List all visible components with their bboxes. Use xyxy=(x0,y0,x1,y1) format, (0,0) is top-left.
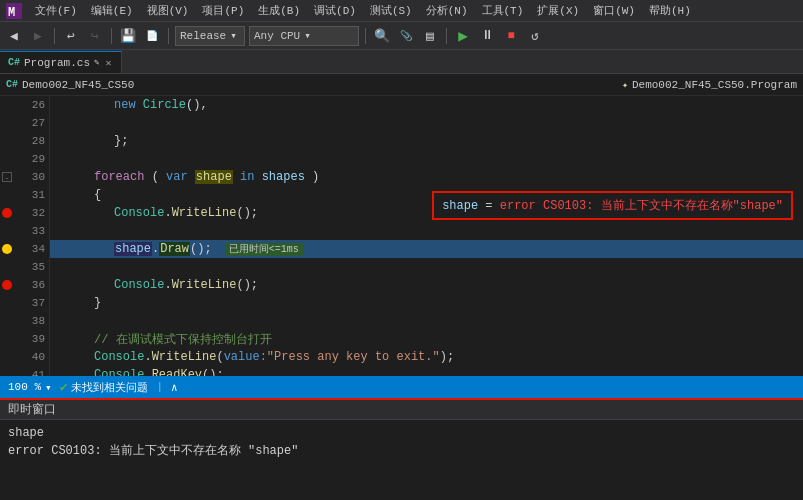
platform-arrow-icon: ▾ xyxy=(304,29,311,42)
menu-help[interactable]: 帮助(H) xyxy=(642,1,698,20)
immediate-line-2: error CS0103: 当前上下文中不存在名称 "shape" xyxy=(8,442,795,460)
code-line-33 xyxy=(50,222,803,240)
breakpoint-36-icon[interactable] xyxy=(2,280,12,290)
code-content[interactable]: new Circle(), }; foreach ( var shape xyxy=(50,96,803,376)
more-button[interactable]: ▤ xyxy=(420,26,440,46)
stop-button[interactable]: ■ xyxy=(501,26,521,46)
code-line-38 xyxy=(50,312,803,330)
svg-text:M: M xyxy=(8,6,15,19)
tab-close-button[interactable]: ✕ xyxy=(103,57,113,69)
undo-button[interactable]: ↩ xyxy=(61,26,81,46)
gutter-line-38: 38 xyxy=(0,312,49,330)
gutter-line-28: 28 xyxy=(0,132,49,150)
code-editor: 26 27 28 29 - xyxy=(0,96,803,376)
gutter-line-29: 29 xyxy=(0,150,49,168)
menu-edit[interactable]: 编辑(E) xyxy=(84,1,140,20)
breadcrumb-project[interactable]: Demo002_NF45_CS50 xyxy=(22,79,134,91)
platform-dropdown[interactable]: Any CPU ▾ xyxy=(249,26,359,46)
gutter-line-31: 31 xyxy=(0,186,49,204)
breadcrumb-left: C# Demo002_NF45_CS50 xyxy=(6,79,134,91)
separator-2 xyxy=(111,28,112,44)
zoom-value: 100 % xyxy=(8,381,41,393)
check-icon: ✔ xyxy=(60,379,68,395)
line-numbers: 26 27 28 29 - xyxy=(0,96,49,376)
search-button[interactable]: 🔍 xyxy=(372,26,392,46)
menu-project[interactable]: 项目(P) xyxy=(195,1,251,20)
error-popup-var: shape xyxy=(442,199,478,213)
error-status[interactable]: ✔ 未找到相关问题 xyxy=(60,379,149,395)
menu-bar: 文件(F) 编辑(E) 视图(V) 项目(P) 生成(B) 调试(D) 测试(S… xyxy=(28,1,698,20)
forward-button[interactable]: ▶ xyxy=(28,26,48,46)
gutter-line-37: 37 xyxy=(0,294,49,312)
code-line-40: Console.WriteLine(value:"Press any key t… xyxy=(50,348,803,366)
code-line-28: }; xyxy=(50,132,803,150)
error-popup: shape = error CS0103: 当前上下文中不存在名称"shape" xyxy=(432,191,793,220)
vs-logo-icon: M xyxy=(6,3,22,19)
code-line-27 xyxy=(50,114,803,132)
breadcrumb-method[interactable]: Demo002_NF45_CS50.Program xyxy=(632,79,797,91)
tab-program-cs[interactable]: C# Program.cs ✎ ✕ xyxy=(0,51,122,73)
breadcrumb-class-icon: C# xyxy=(6,79,18,90)
breakpoint-32-icon[interactable] xyxy=(2,208,12,218)
config-dropdown[interactable]: Release ▾ xyxy=(175,26,245,46)
tab-bar: C# Program.cs ✎ ✕ xyxy=(0,50,803,74)
back-button[interactable]: ◀ xyxy=(4,26,24,46)
error-popup-message: error CS0103: 当前上下文中不存在名称"shape" xyxy=(500,199,783,213)
platform-label: Any CPU xyxy=(254,30,300,42)
code-line-30: foreach ( var shape in shapes ) xyxy=(50,168,803,186)
collapse-30-button[interactable]: - xyxy=(2,172,12,182)
gutter-line-26: 26 xyxy=(0,96,49,114)
save-button[interactable]: 💾 xyxy=(118,26,138,46)
gutter-line-33: 33 xyxy=(0,222,49,240)
play-button[interactable]: ▶ xyxy=(453,26,473,46)
code-line-35 xyxy=(50,258,803,276)
save-all-button[interactable]: 📄 xyxy=(142,26,162,46)
code-line-39: // 在调试模式下保持控制台打开 xyxy=(50,330,803,348)
menu-tools[interactable]: 工具(T) xyxy=(475,1,531,20)
separator-1 xyxy=(54,28,55,44)
menu-file[interactable]: 文件(F) xyxy=(28,1,84,20)
caret-icon: ∧ xyxy=(171,381,178,394)
separator-5 xyxy=(446,28,447,44)
gutter-line-35: 35 xyxy=(0,258,49,276)
breakpoint-34-icon[interactable] xyxy=(2,244,12,254)
error-popup-eq: = xyxy=(485,199,499,213)
code-line-36: Console.WriteLine(); xyxy=(50,276,803,294)
menu-window[interactable]: 窗口(W) xyxy=(586,1,642,20)
pause-button[interactable]: ⏸ xyxy=(477,26,497,46)
immediate-line-1: shape xyxy=(8,424,795,442)
time-badge: 已用时间<=1ms xyxy=(225,243,303,256)
title-bar: M 文件(F) 编辑(E) 视图(V) 项目(P) 生成(B) 调试(D) 测试… xyxy=(0,0,803,22)
separator-3 xyxy=(168,28,169,44)
code-area: 26 27 28 29 - xyxy=(0,96,803,376)
menu-debug[interactable]: 调试(D) xyxy=(307,1,363,20)
gutter-line-41: 41 xyxy=(0,366,49,376)
menu-extensions[interactable]: 扩展(X) xyxy=(530,1,586,20)
menu-build[interactable]: 生成(B) xyxy=(251,1,307,20)
code-line-29 xyxy=(50,150,803,168)
code-line-34: shape.Draw(); 已用时间<=1ms xyxy=(50,240,803,258)
zoom-arrow-icon: ▾ xyxy=(45,381,52,394)
menu-test[interactable]: 测试(S) xyxy=(363,1,419,20)
tab-label: Program.cs xyxy=(24,57,90,69)
restart-button[interactable]: ↺ xyxy=(525,26,545,46)
breadcrumb-right: ✦ Demo002_NF45_CS50.Program xyxy=(622,79,797,91)
cs-file-icon: C# xyxy=(8,57,20,68)
gutter-line-39: 39 xyxy=(0,330,49,348)
attach-button[interactable]: 📎 xyxy=(396,26,416,46)
breadcrumb: C# Demo002_NF45_CS50 ✦ Demo002_NF45_CS50… xyxy=(0,74,803,96)
code-line-37: } xyxy=(50,294,803,312)
zoom-control[interactable]: 100 % ▾ xyxy=(8,381,52,394)
immediate-window-content[interactable]: shape error CS0103: 当前上下文中不存在名称 "shape" xyxy=(0,420,803,500)
menu-analyze[interactable]: 分析(N) xyxy=(419,1,475,20)
code-line-26: new Circle(), xyxy=(50,96,803,114)
error-status-text: 未找到相关问题 xyxy=(71,380,148,395)
gutter-line-36: 36 xyxy=(0,276,49,294)
immediate-window-title-label: 即时窗口 xyxy=(8,401,56,418)
status-pipe: | xyxy=(156,381,163,393)
line-gutter: 26 27 28 29 - xyxy=(0,96,50,376)
menu-view[interactable]: 视图(V) xyxy=(140,1,196,20)
tab-modified-icon: ✎ xyxy=(94,57,99,68)
gutter-line-40: 40 xyxy=(0,348,49,366)
redo-button[interactable]: ↪ xyxy=(85,26,105,46)
